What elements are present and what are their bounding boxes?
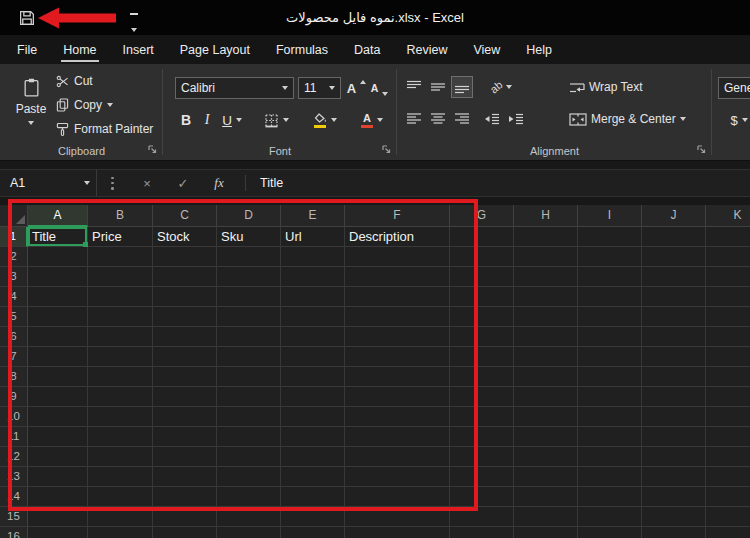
cell-D11[interactable] bbox=[217, 427, 281, 447]
cell-C3[interactable] bbox=[153, 267, 217, 287]
row-header-5[interactable]: 5 bbox=[0, 307, 28, 327]
cell-A11[interactable] bbox=[28, 427, 88, 447]
cell-F15[interactable] bbox=[345, 507, 450, 527]
cell-G12[interactable] bbox=[450, 447, 514, 467]
merge-center-button[interactable]: Merge & Center bbox=[569, 108, 686, 130]
cut-button[interactable]: Cut bbox=[56, 71, 93, 91]
cell-G14[interactable] bbox=[450, 487, 514, 507]
align-center-button[interactable] bbox=[427, 108, 449, 130]
cell-A2[interactable] bbox=[28, 247, 88, 267]
cell-K16[interactable] bbox=[706, 527, 750, 538]
cell-F13[interactable] bbox=[345, 467, 450, 487]
row-header-12[interactable]: 12 bbox=[0, 447, 28, 467]
cell-K11[interactable] bbox=[706, 427, 750, 447]
cell-G6[interactable] bbox=[450, 327, 514, 347]
cell-A1[interactable]: Title bbox=[28, 227, 88, 247]
cell-E6[interactable] bbox=[281, 327, 345, 347]
cell-K9[interactable] bbox=[706, 387, 750, 407]
cell-H16[interactable] bbox=[514, 527, 578, 538]
cell-H2[interactable] bbox=[514, 247, 578, 267]
cell-A3[interactable] bbox=[28, 267, 88, 287]
cell-I16[interactable] bbox=[578, 527, 642, 538]
row-header-3[interactable]: 3 bbox=[0, 267, 28, 287]
font-dialog-launcher-icon[interactable] bbox=[381, 144, 392, 155]
cell-K10[interactable] bbox=[706, 407, 750, 427]
align-left-button[interactable] bbox=[403, 108, 425, 130]
cell-J8[interactable] bbox=[642, 367, 706, 387]
cell-J15[interactable] bbox=[642, 507, 706, 527]
select-all-button[interactable] bbox=[0, 205, 28, 227]
wrap-text-button[interactable]: Wrap Text bbox=[569, 76, 643, 98]
column-header-G[interactable]: G bbox=[450, 205, 514, 227]
cell-H7[interactable] bbox=[514, 347, 578, 367]
cell-B5[interactable] bbox=[88, 307, 153, 327]
cell-F16[interactable] bbox=[345, 527, 450, 538]
cell-I4[interactable] bbox=[578, 287, 642, 307]
cell-E4[interactable] bbox=[281, 287, 345, 307]
cell-G9[interactable] bbox=[450, 387, 514, 407]
cell-J4[interactable] bbox=[642, 287, 706, 307]
cell-B11[interactable] bbox=[88, 427, 153, 447]
cell-J14[interactable] bbox=[642, 487, 706, 507]
align-right-button[interactable] bbox=[451, 108, 473, 130]
row-header-14[interactable]: 14 bbox=[0, 487, 28, 507]
borders-button[interactable] bbox=[259, 109, 293, 131]
increase-font-size-button[interactable]: A bbox=[346, 77, 367, 99]
font-name-select[interactable]: Calibri bbox=[175, 77, 294, 99]
cell-J6[interactable] bbox=[642, 327, 706, 347]
cell-B10[interactable] bbox=[88, 407, 153, 427]
column-header-B[interactable]: B bbox=[88, 205, 153, 227]
cell-I7[interactable] bbox=[578, 347, 642, 367]
cell-B12[interactable] bbox=[88, 447, 153, 467]
column-header-I[interactable]: I bbox=[578, 205, 642, 227]
tab-view[interactable]: View bbox=[460, 35, 513, 64]
cell-B7[interactable] bbox=[88, 347, 153, 367]
cell-A7[interactable] bbox=[28, 347, 88, 367]
cell-E16[interactable] bbox=[281, 527, 345, 538]
cell-F11[interactable] bbox=[345, 427, 450, 447]
cell-E14[interactable] bbox=[281, 487, 345, 507]
cell-I10[interactable] bbox=[578, 407, 642, 427]
cell-B1[interactable]: Price bbox=[88, 227, 153, 247]
cell-F1[interactable]: Description bbox=[345, 227, 450, 247]
cell-J16[interactable] bbox=[642, 527, 706, 538]
cell-G8[interactable] bbox=[450, 367, 514, 387]
cell-A16[interactable] bbox=[28, 527, 88, 538]
cancel-button[interactable]: × bbox=[129, 176, 165, 191]
cell-C4[interactable] bbox=[153, 287, 217, 307]
cell-A6[interactable] bbox=[28, 327, 88, 347]
cell-F3[interactable] bbox=[345, 267, 450, 287]
cell-G11[interactable] bbox=[450, 427, 514, 447]
cell-I13[interactable] bbox=[578, 467, 642, 487]
cell-I5[interactable] bbox=[578, 307, 642, 327]
cell-E15[interactable] bbox=[281, 507, 345, 527]
cell-H3[interactable] bbox=[514, 267, 578, 287]
cell-H9[interactable] bbox=[514, 387, 578, 407]
cell-A4[interactable] bbox=[28, 287, 88, 307]
cell-D12[interactable] bbox=[217, 447, 281, 467]
cell-F6[interactable] bbox=[345, 327, 450, 347]
cell-H10[interactable] bbox=[514, 407, 578, 427]
cell-J7[interactable] bbox=[642, 347, 706, 367]
cell-K6[interactable] bbox=[706, 327, 750, 347]
cell-D10[interactable] bbox=[217, 407, 281, 427]
cell-D3[interactable] bbox=[217, 267, 281, 287]
cell-B15[interactable] bbox=[88, 507, 153, 527]
cell-F2[interactable] bbox=[345, 247, 450, 267]
cell-D9[interactable] bbox=[217, 387, 281, 407]
cell-I6[interactable] bbox=[578, 327, 642, 347]
column-header-H[interactable]: H bbox=[514, 205, 578, 227]
row-header-2[interactable]: 2 bbox=[0, 247, 28, 267]
row-header-16[interactable]: 16 bbox=[0, 527, 28, 538]
copy-button[interactable]: Copy bbox=[56, 95, 113, 115]
cell-B16[interactable] bbox=[88, 527, 153, 538]
tab-formulas[interactable]: Formulas bbox=[263, 35, 341, 64]
cell-C14[interactable] bbox=[153, 487, 217, 507]
cell-J9[interactable] bbox=[642, 387, 706, 407]
cell-C5[interactable] bbox=[153, 307, 217, 327]
column-header-K[interactable]: K bbox=[706, 205, 750, 227]
cell-C16[interactable] bbox=[153, 527, 217, 538]
cell-H5[interactable] bbox=[514, 307, 578, 327]
cell-D16[interactable] bbox=[217, 527, 281, 538]
cell-J12[interactable] bbox=[642, 447, 706, 467]
